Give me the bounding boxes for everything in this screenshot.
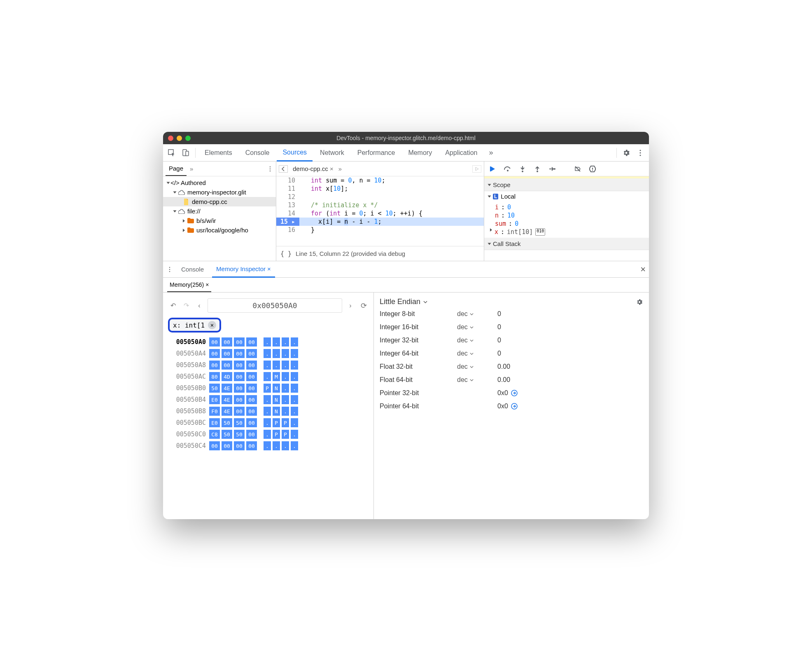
hex-byte[interactable]: 80 xyxy=(209,372,220,381)
ascii-byte[interactable]: . xyxy=(273,441,280,450)
var-row-sum[interactable]: sum:0 xyxy=(495,220,638,228)
hex-byte[interactable]: 00 xyxy=(222,337,232,347)
value-settings-icon[interactable] xyxy=(636,298,643,306)
navigator-menu-icon[interactable] xyxy=(267,166,273,172)
jump-to-pointer-icon[interactable] xyxy=(511,389,518,397)
ascii-byte[interactable]: . xyxy=(291,384,298,393)
hex-byte[interactable]: 4D xyxy=(222,372,232,381)
hex-byte[interactable]: 00 xyxy=(234,395,245,404)
hex-byte[interactable]: 00 xyxy=(234,372,245,381)
tree-dir-2[interactable]: usr/local/google/ho xyxy=(163,225,276,235)
hex-byte[interactable]: 00 xyxy=(246,418,257,427)
step-out-icon[interactable] xyxy=(533,164,542,173)
tree-site[interactable]: memory-inspector.glit xyxy=(163,187,276,197)
hex-row[interactable]: 005050B4E04E0000.N.. xyxy=(168,395,369,404)
value-format-selector[interactable]: dec xyxy=(457,363,486,370)
hex-row[interactable]: 005050A400000000.... xyxy=(168,349,369,358)
drawer-tab-memory-inspector[interactable]: Memory Inspector × xyxy=(212,262,275,278)
step-icon[interactable] xyxy=(548,164,557,173)
ascii-byte[interactable]: N xyxy=(273,384,280,393)
tree-dir-1[interactable]: b/s/w/ir xyxy=(163,216,276,225)
tab-elements[interactable]: Elements xyxy=(199,144,238,161)
ascii-byte[interactable]: . xyxy=(264,372,271,381)
ascii-byte[interactable]: N xyxy=(273,395,280,404)
hex-byte[interactable]: 50 xyxy=(234,418,245,427)
hex-byte[interactable]: 00 xyxy=(209,441,220,450)
ascii-byte[interactable]: . xyxy=(273,337,280,347)
value-format-selector[interactable]: dec xyxy=(457,323,486,331)
ascii-byte[interactable]: . xyxy=(264,349,271,358)
ascii-byte[interactable]: . xyxy=(291,395,298,404)
ascii-byte[interactable]: . xyxy=(291,430,298,439)
pretty-print-icon[interactable]: { } xyxy=(280,250,292,258)
hex-row[interactable]: 005050C400000000.... xyxy=(168,441,369,450)
step-over-icon[interactable] xyxy=(503,164,512,173)
hex-byte[interactable]: 00 xyxy=(246,337,257,347)
reveal-in-memory-icon[interactable]: 010 xyxy=(535,228,545,236)
value-format-selector[interactable]: dec xyxy=(457,350,486,357)
hex-row[interactable]: 005050A800000000.... xyxy=(168,361,369,370)
hex-byte[interactable]: 00 xyxy=(234,407,245,416)
ascii-byte[interactable]: . xyxy=(273,361,280,370)
hex-byte[interactable]: E0 xyxy=(209,418,220,427)
hex-byte[interactable]: 50 xyxy=(222,418,232,427)
hex-row[interactable]: 005050AC804D0000.M.. xyxy=(168,372,369,381)
var-row-x[interactable]: x: int[10] 010 xyxy=(495,228,638,236)
ascii-byte[interactable]: P xyxy=(273,418,280,427)
close-tab-icon[interactable]: × xyxy=(267,265,271,272)
hex-byte[interactable]: F0 xyxy=(209,407,220,416)
device-toggle-icon[interactable] xyxy=(180,147,192,159)
ascii-byte[interactable]: M xyxy=(273,372,280,381)
drawer-close-icon[interactable]: × xyxy=(640,264,646,275)
hex-byte[interactable]: 00 xyxy=(209,349,220,358)
ascii-byte[interactable]: . xyxy=(282,361,289,370)
tab-network[interactable]: Network xyxy=(314,144,350,161)
ascii-byte[interactable]: . xyxy=(264,407,271,416)
tab-sources[interactable]: Sources xyxy=(277,145,313,162)
ascii-byte[interactable]: . xyxy=(264,441,271,450)
hex-byte[interactable]: 50 xyxy=(222,430,232,439)
hex-byte[interactable]: 00 xyxy=(222,349,232,358)
hex-byte[interactable]: E0 xyxy=(209,395,220,404)
history-undo-icon[interactable]: ↶ xyxy=(168,302,178,309)
ascii-byte[interactable]: . xyxy=(291,349,298,358)
close-tab-icon[interactable]: × xyxy=(205,281,209,288)
editor-more-tabs-icon[interactable]: » xyxy=(338,165,342,172)
tab-console[interactable]: Console xyxy=(240,144,275,161)
hex-row[interactable]: 005050B0504E0000PN.. xyxy=(168,384,369,393)
history-back-icon[interactable] xyxy=(279,165,288,173)
hex-byte[interactable]: 00 xyxy=(246,441,257,450)
hex-byte[interactable]: 4E xyxy=(222,407,232,416)
callstack-section-header[interactable]: Call Stack xyxy=(484,238,649,250)
pause-on-exceptions-icon[interactable] xyxy=(588,164,597,173)
history-redo-icon[interactable]: ↷ xyxy=(181,302,191,309)
tab-performance[interactable]: Performance xyxy=(352,144,401,161)
step-into-icon[interactable] xyxy=(518,164,527,173)
memory-address-input[interactable]: 0x005050A0 xyxy=(208,298,342,313)
hex-byte[interactable]: 00 xyxy=(209,337,220,347)
hex-byte[interactable]: 4E xyxy=(222,384,232,393)
tree-authored[interactable]: </> Authored xyxy=(163,178,276,187)
ascii-byte[interactable]: P xyxy=(282,418,289,427)
ascii-byte[interactable]: P xyxy=(282,430,289,439)
ascii-byte[interactable]: . xyxy=(282,337,289,347)
hex-byte[interactable]: 00 xyxy=(246,372,257,381)
ascii-byte[interactable]: . xyxy=(282,372,289,381)
ascii-byte[interactable]: . xyxy=(282,407,289,416)
ascii-byte[interactable]: . xyxy=(264,361,271,370)
ascii-byte[interactable]: . xyxy=(282,395,289,404)
editor-tab-demo-cpp[interactable]: demo-cpp.cc × xyxy=(290,164,336,174)
ascii-byte[interactable]: N xyxy=(273,407,280,416)
close-tab-icon[interactable]: × xyxy=(330,165,334,172)
ascii-byte[interactable]: . xyxy=(291,441,298,450)
hex-byte[interactable]: 00 xyxy=(246,430,257,439)
drawer-tab-console[interactable]: Console xyxy=(177,261,208,277)
value-format-selector[interactable]: dec xyxy=(457,337,486,344)
navigator-more-tabs-icon[interactable]: » xyxy=(190,165,193,172)
ascii-byte[interactable]: . xyxy=(291,418,298,427)
chip-remove-icon[interactable]: × xyxy=(208,321,216,329)
hex-row[interactable]: 005050C0C8505000.PP. xyxy=(168,430,369,439)
tree-file-scheme[interactable]: file:// xyxy=(163,206,276,216)
hex-byte[interactable]: C8 xyxy=(209,430,220,439)
inspect-icon[interactable] xyxy=(166,147,178,159)
